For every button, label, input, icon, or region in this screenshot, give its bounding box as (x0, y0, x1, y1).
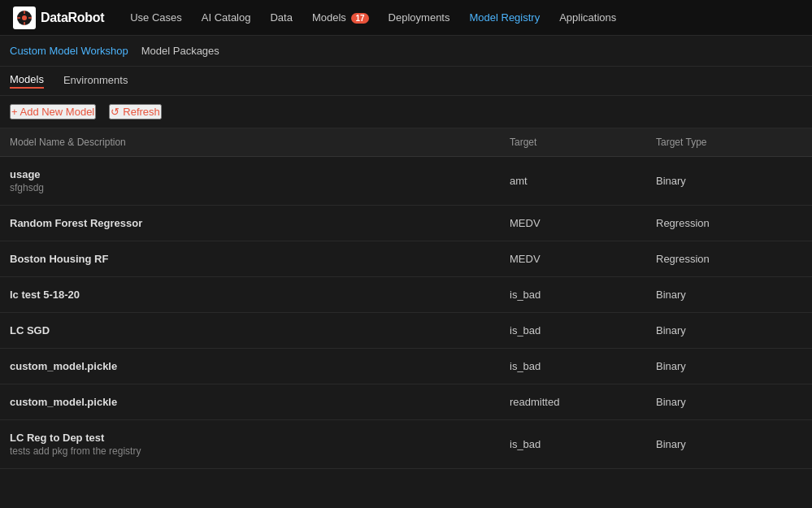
col-header-name: Model Name & Description (10, 137, 510, 148)
row-name: LC SGD (10, 324, 510, 336)
row-target: amt (510, 175, 656, 187)
table-header: Model Name & Description Target Target T… (0, 128, 812, 157)
row-type: Binary (656, 175, 802, 187)
row-name-cell: LC Reg to Dep test tests add pkg from th… (10, 432, 510, 457)
row-target: MEDV (510, 217, 656, 229)
table-row[interactable]: LC SGD is_bad Binary (0, 313, 812, 349)
row-target: is_bad (510, 360, 656, 372)
svg-point-1 (22, 15, 27, 20)
nav-models[interactable]: Models 17 (312, 11, 369, 24)
refresh-button[interactable]: ↺ Refresh (109, 104, 162, 119)
row-type: Regression (656, 253, 802, 265)
add-new-model-button[interactable]: + Add New Model (10, 104, 96, 119)
row-type: Binary (656, 396, 802, 408)
row-name: custom_model.pickle (10, 396, 510, 408)
tab-models[interactable]: Models (10, 73, 44, 89)
row-type: Binary (656, 324, 802, 336)
table-row[interactable]: usage sfghsdg amt Binary (0, 157, 812, 206)
models-badge: 17 (351, 13, 368, 24)
row-name-cell: custom_model.pickle (10, 360, 510, 372)
row-type: Binary (656, 360, 802, 372)
row-target: is_bad (510, 324, 656, 336)
row-target: is_bad (510, 289, 656, 301)
row-name-cell: custom_model.pickle (10, 396, 510, 408)
sub-nav: Custom Model Workshop Model Packages (0, 36, 812, 67)
row-name-cell: usage sfghsdg (10, 168, 510, 193)
row-name-cell: lc test 5-18-20 (10, 289, 510, 301)
row-target: is_bad (510, 438, 656, 450)
row-name: Random Forest Regressor (10, 217, 510, 229)
tab-environments[interactable]: Environments (63, 74, 128, 88)
row-name: Boston Housing RF (10, 253, 510, 265)
table-body: usage sfghsdg amt Binary Random Forest R… (0, 157, 812, 469)
nav-applications[interactable]: Applications (559, 11, 616, 24)
row-name-cell: Boston Housing RF (10, 253, 510, 265)
refresh-icon: ↺ (111, 106, 119, 118)
row-type: Regression (656, 217, 802, 229)
table-row[interactable]: custom_model.pickle readmitted Binary (0, 384, 812, 420)
nav-deployments[interactable]: Deployments (389, 11, 450, 24)
top-nav: DataRobot Use Cases AI Catalog Data Mode… (0, 0, 812, 36)
logo-icon (13, 7, 36, 29)
nav-ai-catalog[interactable]: AI Catalog (202, 11, 251, 24)
nav-data[interactable]: Data (270, 11, 292, 24)
row-name: lc test 5-18-20 (10, 289, 510, 301)
sub-nav-custom-model-workshop[interactable]: Custom Model Workshop (10, 45, 128, 57)
row-desc: tests add pkg from the registry (10, 445, 510, 457)
row-desc: sfghsdg (10, 182, 510, 193)
nav-use-cases[interactable]: Use Cases (130, 11, 182, 24)
table-row[interactable]: LC Reg to Dep test tests add pkg from th… (0, 420, 812, 469)
row-type: Binary (656, 438, 802, 450)
row-name: custom_model.pickle (10, 360, 510, 372)
col-header-target: Target (510, 137, 656, 148)
row-target: MEDV (510, 253, 656, 265)
row-name: LC Reg to Dep test (10, 432, 510, 444)
table-row[interactable]: lc test 5-18-20 is_bad Binary (0, 277, 812, 313)
table-row[interactable]: custom_model.pickle is_bad Binary (0, 349, 812, 384)
table-row[interactable]: Random Forest Regressor MEDV Regression (0, 206, 812, 241)
logo[interactable]: DataRobot (13, 7, 104, 29)
row-name: usage (10, 168, 510, 180)
brand-name: DataRobot (41, 11, 104, 25)
row-type: Binary (656, 289, 802, 301)
row-target: readmitted (510, 396, 656, 408)
sub-nav-model-packages[interactable]: Model Packages (141, 45, 219, 57)
row-name-cell: LC SGD (10, 324, 510, 336)
nav-model-registry[interactable]: Model Registry (469, 11, 540, 24)
models-table: Model Name & Description Target Target T… (0, 128, 812, 469)
table-row[interactable]: Boston Housing RF MEDV Regression (0, 241, 812, 277)
row-name-cell: Random Forest Regressor (10, 217, 510, 229)
col-header-type: Target Type (656, 137, 802, 148)
tabs: Models Environments (0, 67, 812, 96)
toolbar: + Add New Model ↺ Refresh (0, 96, 812, 128)
